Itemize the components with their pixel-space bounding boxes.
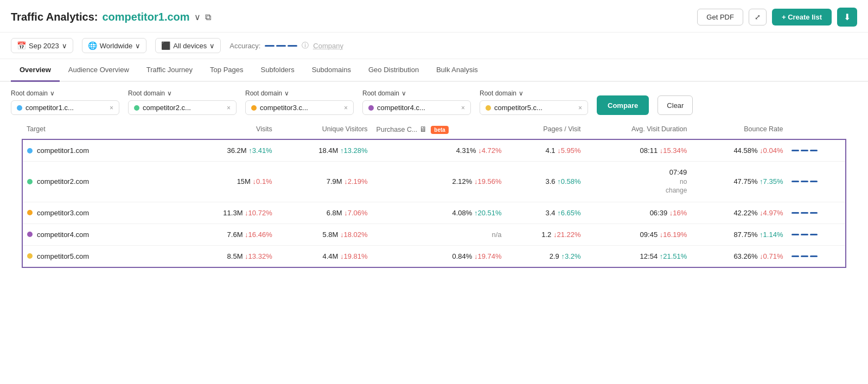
target-cell: competitor1.com [22, 139, 181, 162]
domain-title[interactable]: competitor1.com [102, 11, 189, 23]
tab-subdomains[interactable]: Subdomains [303, 59, 360, 82]
visits-cell: 15M ↓0.1% [181, 162, 277, 202]
sparkline [792, 150, 841, 151]
domain-dot-4 [368, 105, 374, 111]
root-domain-selector-5[interactable]: Root domain ∨ [480, 89, 588, 97]
tab-audience-overview[interactable]: Audience Overview [60, 59, 138, 82]
download-button[interactable]: ⬇ [837, 8, 857, 27]
sparkline [792, 212, 841, 214]
purchase-cell: n/a [372, 223, 506, 245]
root-domain-chevron-2: ∨ [167, 89, 172, 97]
unique-cell: 18.4M ↑13.28% [277, 139, 372, 162]
company-label[interactable]: Company [313, 42, 343, 50]
pages-cell: 4.1 ↓5.95% [506, 139, 585, 162]
visits-cell: 8.5M ↓13.32% [181, 245, 277, 267]
target-cell: competitor3.com [22, 202, 181, 223]
domain-close-2[interactable]: × [227, 104, 231, 112]
root-domain-selector-1[interactable]: Root domain ∨ [11, 89, 119, 97]
table-row: competitor4.com 7.6M ↓16.46% 5.8M ↓18.02… [22, 223, 846, 245]
target-cell: competitor5.com [22, 245, 181, 267]
domain-name-3: competitor3.c... [260, 104, 308, 112]
clear-button[interactable]: Clear [658, 95, 693, 115]
purchase-cell: 2.12% ↓19.56% [372, 162, 506, 202]
root-domain-selector-4[interactable]: Root domain ∨ [362, 89, 471, 97]
target-cell: competitor2.com [22, 162, 181, 202]
domain-close-5[interactable]: × [578, 104, 582, 112]
domain-label: competitor3.com [37, 209, 89, 217]
row-dot [27, 253, 33, 259]
unique-cell: 6.8M ↓7.06% [277, 202, 372, 223]
domain-selectors: Root domain ∨ competitor1.c... × Root do… [0, 82, 868, 119]
sparkline-cell [787, 202, 846, 223]
visits-cell: 7.6M ↓16.46% [181, 223, 277, 245]
tab-bulk-analysis[interactable]: Bulk Analysis [427, 59, 487, 82]
purchase-cell: 4.08% ↑20.51% [372, 202, 506, 223]
domain-name-1: competitor1.c... [25, 104, 74, 112]
root-domain-selector-2[interactable]: Root domain ∨ [128, 89, 237, 97]
compare-button[interactable]: Compare [597, 95, 649, 115]
sparkline-cell [787, 223, 846, 245]
target-cell: competitor4.com [22, 223, 181, 245]
root-domain-chevron-3: ∨ [284, 89, 289, 97]
col-unique-visitors: Unique Visitors [277, 119, 372, 139]
calendar-icon: 📅 [17, 41, 26, 50]
geo-chevron-icon: ∨ [135, 42, 141, 50]
globe-icon: 🌐 [88, 41, 97, 50]
domain-col-2: Root domain ∨ competitor2.c... × [128, 89, 237, 115]
beta-badge: beta [431, 126, 449, 134]
device-filter[interactable]: ⬛ All devices ∨ [155, 38, 221, 53]
pages-cell: 2.9 ↑3.2% [506, 245, 585, 267]
purchase-cell: 4.31% ↓4.72% [372, 139, 506, 162]
domain-close-4[interactable]: × [461, 104, 465, 112]
sparkline-cell [787, 162, 846, 202]
create-list-button[interactable]: + Create list [772, 9, 832, 25]
row-dot [27, 179, 33, 184]
duration-cell: 08:11 ↓15.34% [585, 139, 692, 162]
tab-subfolders[interactable]: Subfolders [252, 59, 303, 82]
accuracy-label: Accuracy: [229, 42, 260, 50]
nav-tabs: Overview Audience Overview Traffic Journ… [0, 59, 868, 82]
accuracy-area: Accuracy: ⓘ Company [229, 41, 343, 50]
title-chevron-icon[interactable]: ∨ [194, 12, 201, 22]
root-domain-selector-3[interactable]: Root domain ∨ [245, 89, 354, 97]
unique-cell: 4.4M ↓19.81% [277, 245, 372, 267]
tab-overview[interactable]: Overview [11, 59, 60, 82]
domain-name-2: competitor2.c... [143, 104, 191, 112]
root-domain-chevron-1: ∨ [50, 89, 55, 97]
bounce-cell: 63.26% ↓0.71% [691, 245, 787, 267]
purchase-cell: 0.84% ↓19.74% [372, 245, 506, 267]
geo-filter[interactable]: 🌐 Worldwide ∨ [82, 38, 146, 53]
domain-dot-1 [17, 105, 22, 111]
domain-close-1[interactable]: × [110, 104, 113, 112]
external-link-icon[interactable]: ⧉ [205, 12, 211, 22]
domain-tag-3: competitor3.c... × [245, 100, 354, 115]
bounce-cell: 87.75% ↑1.14% [691, 223, 787, 245]
sparkline [792, 234, 841, 235]
col-pages-visit: Pages / Visit [506, 119, 585, 139]
accuracy-dashes [265, 45, 297, 47]
date-filter[interactable]: 📅 Sep 2023 ∨ [11, 38, 73, 53]
duration-cell: 07:49 nochange [585, 162, 692, 202]
root-domain-label-5: Root domain [480, 89, 516, 97]
tab-geo-distribution[interactable]: Geo Distribution [360, 59, 427, 82]
tab-top-pages[interactable]: Top Pages [201, 59, 252, 82]
row-dot [27, 148, 33, 153]
visits-cell: 36.2M ↑3.41% [181, 139, 277, 162]
duration-cell: 09:45 ↓16.19% [585, 223, 692, 245]
monitor-icon: 🖥 [419, 125, 427, 133]
date-chevron-icon: ∨ [62, 42, 67, 50]
domain-dot-3 [251, 105, 257, 111]
table-row: competitor1.com 36.2M ↑3.41% 18.4M ↑13.2… [22, 139, 846, 162]
unique-cell: 5.8M ↓18.02% [277, 223, 372, 245]
date-filter-label: Sep 2023 [29, 42, 59, 50]
domain-close-3[interactable]: × [344, 104, 348, 112]
domain-label: competitor2.com [37, 177, 89, 185]
get-pdf-button[interactable]: Get PDF [697, 9, 743, 25]
domain-tag-4: competitor4.c... × [362, 100, 471, 115]
expand-button[interactable]: ⤢ [749, 9, 767, 25]
domain-dot-2 [134, 105, 139, 111]
device-icon: ⬛ [161, 41, 170, 50]
tab-traffic-journey[interactable]: Traffic Journey [138, 59, 201, 82]
duration-cell: 06:39 ↓16% [585, 202, 692, 223]
domain-label: competitor4.com [37, 231, 89, 239]
